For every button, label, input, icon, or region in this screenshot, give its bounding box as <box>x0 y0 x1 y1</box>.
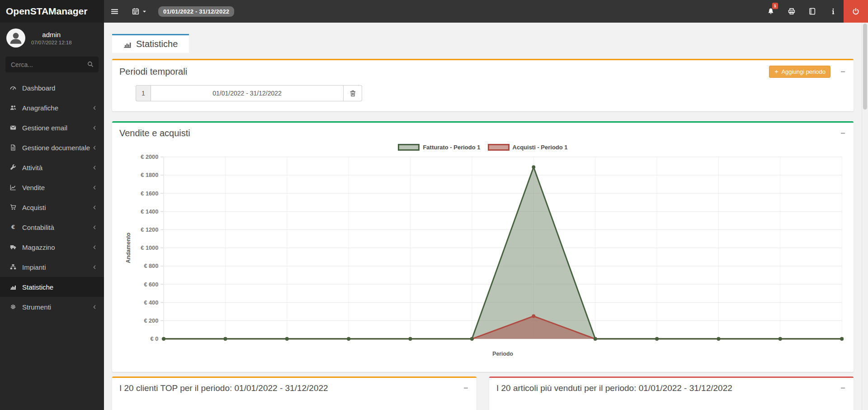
collapse-periods-button[interactable] <box>840 68 846 75</box>
legend-label: Acquisti - Periodo 1 <box>513 144 568 151</box>
euro-icon: € <box>8 224 18 230</box>
chart-bar-icon <box>8 284 18 290</box>
sidebar-item-label: Anagrafiche <box>22 104 58 112</box>
truck-icon <box>8 244 18 250</box>
trash-icon <box>349 90 356 97</box>
book-icon <box>809 8 816 15</box>
login-datetime: 07/07/2022 12:18 <box>31 40 72 45</box>
sales-panel-title: Vendite e acquisti <box>119 128 190 138</box>
sidebar-item-gestione-email[interactable]: Gestione email <box>0 118 104 138</box>
chevron-left-icon <box>92 125 98 131</box>
top-clients-title: I 20 clienti TOP per il periodo: 01/01/2… <box>119 383 328 393</box>
search-icon[interactable] <box>87 61 94 67</box>
person-icon <box>8 30 24 46</box>
legend-item: Fatturato - Periodo 1 <box>398 144 480 151</box>
periods-panel-title: Periodi temporali <box>119 67 187 77</box>
top-clients-panel: I 20 clienti TOP per il periodo: 01/01/2… <box>112 377 476 410</box>
sidebar-item-contabilita[interactable]: €Contabilità <box>0 217 104 237</box>
notifications-button[interactable]: 1 <box>760 0 781 23</box>
sidebar-item-label: Statistiche <box>22 283 53 291</box>
sidebar-item-label: Attività <box>22 164 42 172</box>
svg-text:Periodo: Periodo <box>492 351 513 357</box>
power-icon <box>852 8 859 15</box>
print-button[interactable] <box>781 0 802 23</box>
wrench-icon <box>8 164 18 171</box>
chevron-left-icon <box>92 105 98 111</box>
plus-icon <box>774 69 779 74</box>
svg-text:€ 1600: € 1600 <box>141 190 158 197</box>
date-range-badge[interactable]: 01/01/2022 - 31/12/2022 <box>158 6 234 17</box>
delete-period-button[interactable] <box>344 85 362 101</box>
user-name: admin <box>42 31 61 38</box>
period-range-input[interactable] <box>151 85 344 101</box>
collapse-clients-button[interactable] <box>462 385 469 391</box>
sidebar-item-anagrafiche[interactable]: Anagrafiche <box>0 98 104 118</box>
sidebar-item-vendite[interactable]: Vendite <box>0 177 104 197</box>
sidebar-item-label: Acquisti <box>22 204 46 211</box>
collapse-articles-button[interactable] <box>840 385 846 391</box>
logout-button[interactable] <box>844 0 868 23</box>
notification-count-badge: 1 <box>772 3 778 9</box>
docs-button[interactable] <box>802 0 823 23</box>
info-icon <box>830 8 837 15</box>
collapse-sales-button[interactable] <box>840 130 846 137</box>
svg-text:€ 800: € 800 <box>144 262 158 269</box>
tab-label: Statistiche <box>136 39 178 49</box>
sidebar-item-gestione-documentale[interactable]: Gestione documentale <box>0 138 104 157</box>
chevron-left-icon <box>92 165 98 171</box>
svg-text:€ 1000: € 1000 <box>141 244 158 251</box>
sidebar-item-dashboard[interactable]: Dashboard <box>0 78 104 98</box>
sidebar-item-label: Dashboard <box>22 84 55 92</box>
sidebar-item-statistiche[interactable]: Statistiche <box>0 277 104 297</box>
period-row: 1 <box>136 85 362 101</box>
tachometer-icon <box>8 85 18 91</box>
printer-icon <box>788 8 795 15</box>
svg-text:€ 600: € 600 <box>144 281 158 288</box>
sidebar-item-impianti[interactable]: Impianti <box>0 257 104 277</box>
avatar <box>6 29 25 48</box>
sidebar-item-label: Impianti <box>22 263 46 271</box>
top-articles-title: I 20 articoli più venduti per il periodo… <box>496 383 732 393</box>
hamburger-icon <box>111 8 118 15</box>
sidebar: admin 07/07/2022 12:18 DashboardAnagrafi… <box>0 23 104 410</box>
svg-text:€: € <box>10 224 14 230</box>
search-input[interactable] <box>5 57 99 72</box>
svg-text:€ 1800: € 1800 <box>141 172 158 178</box>
sidebar-item-acquisti[interactable]: Acquisti <box>0 197 104 217</box>
svg-text:€ 2000: € 2000 <box>141 153 158 160</box>
chart-bar-icon <box>123 40 132 48</box>
scrollbar-thumb[interactable] <box>863 24 867 110</box>
sidebar-item-magazzino[interactable]: Magazzino <box>0 237 104 257</box>
sidebar-toggle-button[interactable] <box>104 0 125 23</box>
legend-swatch <box>488 144 509 151</box>
add-period-label: Aggiungi periodo <box>781 68 826 75</box>
topbar: OpenSTAManager 01/01/2022 - 31/12/2022 1 <box>0 0 868 23</box>
sidebar-item-label: Gestione documentale <box>22 144 90 152</box>
svg-text:Andamento: Andamento <box>125 233 132 263</box>
svg-text:€ 1400: € 1400 <box>141 208 158 215</box>
legend-swatch <box>398 144 420 151</box>
app-logo: OpenSTAManager <box>0 0 104 23</box>
chevron-left-icon <box>92 185 98 191</box>
chevron-left-icon <box>92 264 98 270</box>
tab-statistiche[interactable]: Statistiche <box>112 34 189 53</box>
add-period-button[interactable]: Aggiungi periodo <box>769 66 830 78</box>
svg-text:€ 200: € 200 <box>144 317 158 324</box>
sidebar-item-attivita[interactable]: Attività <box>0 157 104 177</box>
sitemap-icon <box>8 264 18 270</box>
envelope-icon <box>8 124 18 131</box>
period-row-number: 1 <box>136 85 151 101</box>
info-button[interactable] <box>823 0 844 23</box>
sidebar-item-strumenti[interactable]: Strumenti <box>0 297 104 317</box>
page-scrollbar[interactable] <box>862 23 868 410</box>
sales-panel: Vendite e acquisti Fatturato - Periodo 1… <box>112 121 854 372</box>
calendar-dropdown[interactable] <box>125 0 154 23</box>
legend-item: Acquisti - Periodo 1 <box>488 144 568 151</box>
chevron-left-icon <box>92 224 98 230</box>
svg-text:€ 1200: € 1200 <box>141 226 158 233</box>
cart-icon <box>8 204 18 210</box>
calendar-icon <box>132 8 139 15</box>
users-icon <box>8 105 18 111</box>
top-articles-panel: I 20 articoli più venduti per il periodo… <box>489 377 854 410</box>
gear-icon <box>8 304 18 310</box>
